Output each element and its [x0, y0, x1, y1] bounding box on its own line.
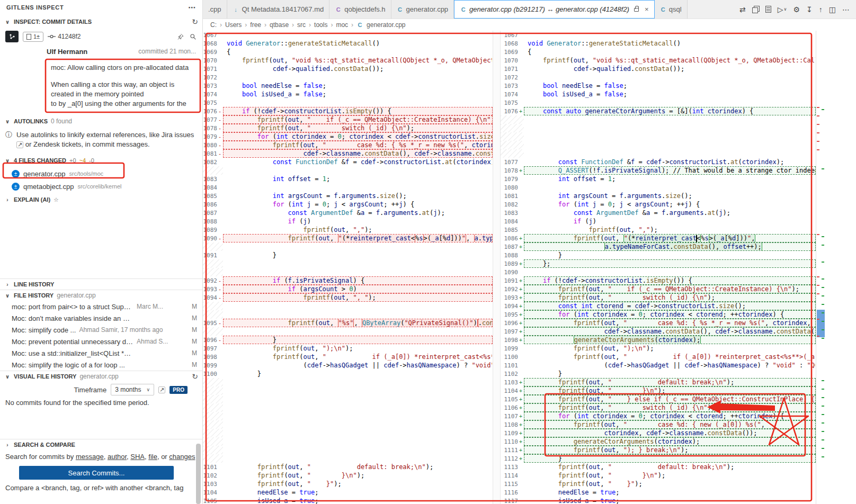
run-icon[interactable]: ▷∨	[778, 5, 787, 14]
code-line[interactable]: isUsed_a = true;	[524, 497, 816, 504]
code-line[interactable]: cdef->qualified.constData());	[223, 65, 493, 73]
diff-sash[interactable]	[493, 242, 501, 251]
code-line[interactable]: fprintf(out, " case %d: { %s *_r = new %…	[524, 319, 816, 327]
code-line[interactable]: fprintf(out, " }\n");	[524, 386, 816, 395]
code-line[interactable]: cdef->classname.constData(), cdef->class…	[223, 149, 493, 158]
code-line[interactable]	[223, 412, 493, 420]
changed-file-qmetaobject.cpp[interactable]: ± qmetaobject.cpp src/corelib/kernel	[0, 180, 202, 193]
code-line[interactable]: fprintf(out, " }\n");	[524, 471, 816, 480]
code-line[interactable]: {	[223, 48, 493, 56]
section-explain-ai[interactable]: › EXPLAIN (AI) ☆	[0, 193, 202, 206]
code-line[interactable]	[223, 446, 493, 454]
code-line[interactable]: {	[524, 48, 816, 56]
code-line[interactable]: const FunctionDef &f = cdef->constructor…	[223, 158, 493, 166]
code-line[interactable]: }	[524, 370, 816, 378]
code-line[interactable]: fprintf(out, " if (_c == QMetaObject::Cr…	[524, 285, 816, 293]
code-line[interactable]	[223, 31, 493, 39]
diff-sash[interactable]	[493, 251, 501, 259]
code-line[interactable]: fprintf(out, ");\n");	[524, 344, 816, 353]
diff-sash[interactable]	[493, 183, 501, 192]
code-line[interactable]: }	[223, 370, 493, 378]
diff-sash[interactable]	[493, 386, 501, 395]
code-line[interactable]	[524, 98, 816, 107]
diff-sash[interactable]	[493, 149, 501, 158]
code-line[interactable]: int offset = 1;	[223, 175, 493, 183]
tab-cpp[interactable]: .cpp	[203, 0, 227, 19]
code-line[interactable]	[223, 302, 493, 310]
code-line[interactable]	[524, 124, 816, 132]
open-changes-icon[interactable]	[765, 6, 771, 13]
diff-sash[interactable]	[493, 429, 501, 437]
code-line[interactable]: fprintf(out, " if (_c == QMetaObject::Cr…	[223, 115, 493, 124]
code-line[interactable]: if (argsCount > 0)	[223, 285, 493, 293]
search-link-message[interactable]: message	[76, 453, 104, 461]
breadcrumb-item[interactable]: qtbase	[270, 21, 289, 29]
code-line[interactable]: void Generator::generateStaticMetacall()	[524, 39, 816, 48]
code-line[interactable]: fprintf(out, " case %d: { %s *_r = new %…	[223, 141, 493, 149]
diff-sash[interactable]	[493, 132, 501, 141]
code-line[interactable]: generateCtorArguments(ctorindex);	[524, 336, 816, 344]
code-line[interactable]: const FunctionDef &f = cdef->constructor…	[524, 158, 816, 166]
code-line[interactable]: cdef->classname.constData(), cdef->class…	[524, 327, 816, 336]
code-line[interactable]	[223, 327, 493, 336]
code-line[interactable]	[524, 73, 816, 82]
history-commit-row[interactable]: moc: port from pair<> to a struct SuperC…	[0, 301, 202, 312]
breadcrumb-item[interactable]: src	[297, 21, 306, 29]
code-line[interactable]: if (!cdef->constructorList.isEmpty()) {	[223, 107, 493, 115]
code-line[interactable]: const int ctorend = cdef->constructorLis…	[524, 302, 816, 310]
code-line[interactable]: for (int ctorindex = 0; ctorindex < ctor…	[524, 310, 816, 319]
code-line[interactable]: fprintf(out, " }\n");	[223, 471, 493, 480]
history-commit-row[interactable]: Moc: use a std::initializer_list<QList *…	[0, 347, 202, 359]
diff-sash[interactable]	[493, 302, 501, 310]
section-autolinks[interactable]: ∨ AUTOLINKS 0 found	[0, 114, 202, 128]
compare-changes-icon[interactable]: ⇄	[739, 5, 746, 14]
code-line[interactable]	[524, 31, 816, 39]
diff-sash[interactable]	[493, 65, 501, 73]
code-line[interactable]: fprintf(out, ", ");	[223, 293, 493, 302]
code-line[interactable]: a.typeNameForCast.constData(), offset++)…	[524, 242, 816, 251]
diff-sash[interactable]	[493, 175, 501, 183]
refresh-icon[interactable]: ↻	[192, 372, 198, 381]
code-line[interactable]: fprintf(out, " case %d: { new (_a[0]) %s…	[524, 420, 816, 429]
sidebar-scrollbar[interactable]	[196, 444, 201, 504]
diff-sash[interactable]	[493, 361, 501, 370]
code-line[interactable]	[223, 268, 493, 276]
code-line[interactable]	[524, 141, 816, 149]
code-line[interactable]: bool isUsed_a = false;	[223, 90, 493, 98]
code-line[interactable]: if (j)	[223, 217, 493, 226]
refresh-icon[interactable]: ↻	[192, 17, 198, 26]
breadcrumb-item[interactable]: C:	[210, 21, 217, 29]
code-line[interactable]	[524, 115, 816, 124]
code-line[interactable]	[223, 378, 493, 386]
tab-generator-cpp-b291217-generator-cpp-4124[interactable]: Cgenerator.cpp (b291217) ↔ generator.cpp…	[454, 0, 654, 19]
diff-sash[interactable]	[493, 454, 501, 463]
diff-sash[interactable]	[493, 226, 501, 234]
history-commit-row[interactable]: Moc: simplify code ... Ahmad Samir, 17 m…	[0, 324, 202, 336]
code-line[interactable]: ctorindex, cdef->classname.constData());	[524, 429, 816, 437]
more-actions-icon[interactable]: ⋯	[188, 3, 196, 12]
code-line[interactable]: bool needElse = false;	[524, 82, 816, 90]
diff-sash[interactable]	[493, 276, 501, 285]
diff-sash[interactable]	[493, 370, 501, 378]
code-line[interactable]: fprintf(out, " default: break;\n");	[524, 378, 816, 386]
history-commit-row[interactable]: Moc: simplify the logic of a for loop ..…	[0, 359, 202, 371]
code-line[interactable]	[223, 166, 493, 175]
diff-sash[interactable]	[493, 285, 501, 293]
diff-sash[interactable]	[493, 420, 501, 429]
code-line[interactable]: bool needElse = false;	[223, 82, 493, 90]
section-visual-file-history[interactable]: ∨ VISUAL FILE HISTORY generator.cpp ↻	[0, 371, 202, 382]
diff-sash[interactable]	[493, 166, 501, 175]
breadcrumb-item[interactable]: moc	[336, 21, 348, 29]
code-line[interactable]: generateCtorArguments(ctorindex);	[524, 437, 816, 446]
upload-icon[interactable]: ↑	[819, 5, 823, 14]
code-line[interactable]: fprintf(out, " }");	[223, 480, 493, 488]
search-link-sha[interactable]: SHA	[130, 453, 145, 461]
diff-sash[interactable]	[493, 200, 501, 209]
diff-sash[interactable]	[493, 107, 501, 115]
tab-generator-cpp[interactable]: Cgenerator.cpp	[391, 0, 454, 19]
code-line[interactable]: fprintf(out, "(*reinterpret_cast<%s>(_a[…	[223, 234, 493, 242]
diff-sash[interactable]	[493, 336, 501, 344]
search-link-author[interactable]: author	[108, 453, 127, 461]
code-line[interactable]: needElse = true;	[223, 488, 493, 497]
code-line[interactable]: if (j)	[524, 217, 816, 226]
